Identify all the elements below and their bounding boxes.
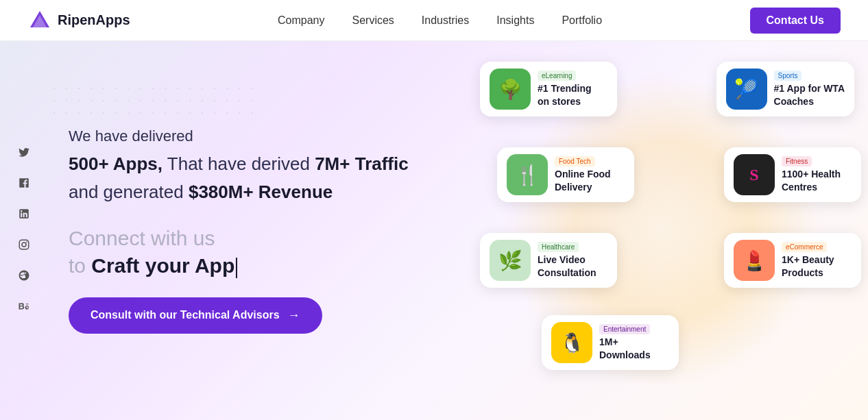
contact-button[interactable]: Contact Us [750,8,841,34]
nav-company[interactable]: Company [278,14,324,27]
revenue-bold: $380M+ Revenue [189,182,333,202]
app-card-food: 🍴 Food Tech Online FoodDelivery [497,147,634,202]
app-title-tennis: #1 App for WTACoaches [774,82,845,107]
revenue-start: and generated [69,182,189,202]
app-icon-elearning: 🌳 [490,69,531,110]
app-card-ecommerce: 💄 eCommerce 1K+ BeautyProducts [724,233,861,288]
app-card-tennis: 🎾 Sports #1 App for WTACoaches [716,62,854,116]
app-icon-entertainment: 🐧 [551,322,592,363]
app-icon-food: 🍴 [507,154,548,195]
hero-stats: 500+ Apps, That have derived 7M+ Traffic [69,151,432,177]
main-nav: Company Services Industries Insights Por… [278,14,602,27]
app-card-entertainment: 🐧 Entertainment 1M+Downloads [542,315,679,370]
logo-icon [27,8,52,33]
app-icon-tennis: 🎾 [726,69,767,110]
dots-decoration [48,82,254,123]
app-category-tennis: Sports [774,71,802,81]
app-category-healthcare: Healthcare [538,242,579,252]
app-card-healthcare: 🌿 Healthcare Live VideoConsultation [480,233,617,288]
app-title-food: Online FoodDelivery [555,168,611,193]
arrow-icon: → [288,308,300,323]
logo-text: RipenApps [58,12,130,28]
hero-cta-line2: to Craft your App [69,254,432,277]
app-card-fitness: S Fitness 1100+ HealthCentres [724,147,861,202]
app-icon-ecommerce: 💄 [734,240,775,281]
app-card-elearning: 🌳 eLearning #1 Trendingon stores [480,62,617,116]
nav-portfolio[interactable]: Portfolio [562,14,602,27]
nav-services[interactable]: Services [352,14,394,27]
app-info-ecommerce: eCommerce 1K+ BeautyProducts [782,242,834,278]
logo-area: RipenApps [27,8,130,33]
stats-mid: That have derived [162,153,315,174]
dribbble-icon[interactable] [18,269,30,285]
social-bar [0,41,48,420]
app-info-food: Food Tech Online FoodDelivery [555,156,611,193]
app-info-elearning: eLearning #1 Trendingon stores [538,71,592,107]
app-info-entertainment: Entertainment 1M+Downloads [599,324,651,360]
app-info-fitness: Fitness 1100+ HealthCentres [782,156,841,193]
app-icon-healthcare: 🌿 [490,240,531,281]
app-info-healthcare: Healthcare Live VideoConsultation [538,242,596,278]
app-category-ecommerce: eCommerce [782,242,827,252]
app-category-entertainment: Entertainment [599,324,650,334]
app-title-entertainment: 1M+Downloads [599,336,651,360]
app-category-fitness: Fitness [782,156,812,166]
cursor [236,258,237,278]
hero-subtitle: We have delivered [69,127,432,145]
app-showcase: 🌳 eLearning #1 Trendingon stores 🎾 Sport… [459,41,868,420]
stats-apps: 500+ Apps, [69,153,162,174]
nav-insights[interactable]: Insights [496,14,534,27]
linkedin-icon[interactable] [18,208,30,223]
hero-cta-line1: Connect with us [69,225,432,251]
stats-traffic: 7M+ Traffic [315,153,409,174]
nav-industries[interactable]: Industries [422,14,469,27]
header: RipenApps Company Services Industries In… [0,0,868,41]
app-category-food: Food Tech [555,156,595,166]
instagram-icon[interactable] [18,238,30,254]
cta-bold: Craft your App [91,254,234,277]
consult-button[interactable]: Consult with our Technical Advisors → [69,297,322,334]
hero-revenue: and generated $380M+ Revenue [69,182,432,203]
facebook-icon[interactable] [18,177,30,193]
app-icon-fitness: S [734,154,775,195]
twitter-icon[interactable] [18,146,30,162]
app-info-tennis: Sports #1 App for WTACoaches [774,71,845,107]
app-title-elearning: #1 Trendingon stores [538,82,592,107]
cta-start: to [69,254,91,277]
app-title-healthcare: Live VideoConsultation [538,254,596,278]
behance-icon[interactable] [18,300,30,316]
app-category-elearning: eLearning [538,71,576,81]
app-title-ecommerce: 1K+ BeautyProducts [782,254,834,278]
consult-label: Consult with our Technical Advisors [91,309,280,321]
main-section: We have delivered 500+ Apps, That have d… [0,41,868,420]
app-title-fitness: 1100+ HealthCentres [782,168,841,193]
